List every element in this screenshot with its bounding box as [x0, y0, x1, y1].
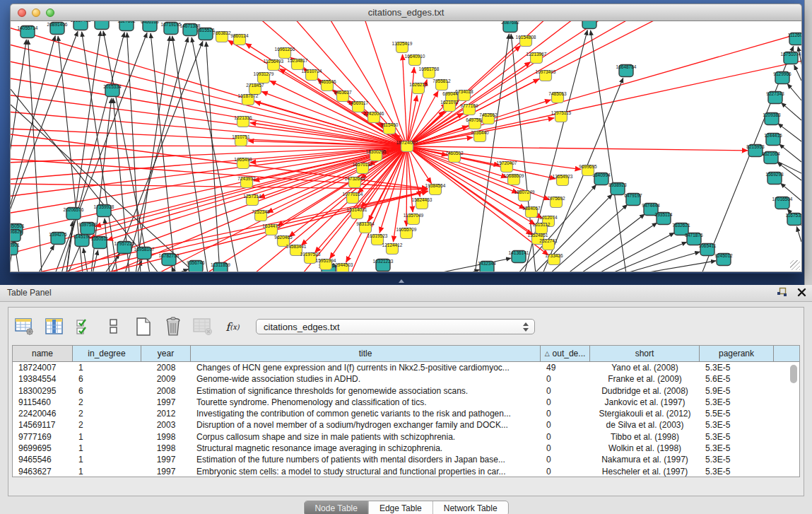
column-header-pagerank[interactable]: pagerank [700, 346, 774, 362]
table-row[interactable]: 2242004622012Investigating the contribut… [13, 408, 799, 419]
network-canvas[interactable]: 1405571420891406161874581065328715276026… [11, 21, 801, 272]
table-cell: 6 [73, 373, 141, 385]
graph-edge-black [567, 214, 645, 272]
close-panel-icon[interactable] [797, 287, 806, 300]
table-cell: 1 [73, 362, 141, 373]
graph-node-label: 1510751 [232, 134, 250, 139]
graph-node-label: 7632621 [672, 223, 690, 228]
graph-node-label: 1527602 [117, 21, 136, 23]
graph-node-label: 1626215 [409, 82, 428, 87]
table-row[interactable]: 1938455462009Genome-wide association stu… [13, 373, 799, 385]
table-cell: 5.3E-5 [700, 466, 774, 477]
graph-node-label: 13524851 [528, 233, 548, 238]
table-row[interactable]: 1456911722003Disruption of a novel membe… [13, 419, 799, 431]
table-cell: Corpus callosum shape and size in male p… [191, 431, 541, 443]
table-panel: Table Panel [0, 285, 812, 514]
graph-node-label: 1432344 [478, 261, 496, 266]
graph-node-label: 12944503 [333, 262, 353, 267]
table-cell: 22420046 [13, 408, 73, 419]
table-cell: 1 [73, 431, 141, 443]
table-cell: Structural magnetic resonance image aver… [191, 443, 541, 454]
split-divider-handle[interactable] [397, 279, 408, 284]
graph-node-label: 18807249 [514, 189, 535, 194]
table-settings-icon[interactable] [14, 316, 35, 337]
graph-node-label: 9831304 [356, 221, 375, 226]
graph-node-label: 9777169 [460, 103, 478, 108]
float-window-icon[interactable] [777, 287, 787, 300]
graph-node-label: 13654923 [553, 174, 573, 179]
graph-node[interactable] [95, 21, 109, 30]
graph-node-label: 20206576 [64, 207, 84, 212]
table-cell: Wolkin et al. (1998) [590, 443, 700, 454]
table-cell: Investigating the contribution of common… [191, 408, 541, 419]
table-row[interactable]: 977716911998Corpus callosum shape and si… [13, 431, 799, 443]
table-cell: de Silva et al. (2003) [590, 419, 700, 431]
graph-node-label: 16154808 [516, 35, 536, 40]
graph-edge-black [83, 248, 88, 272]
table-type-tabs: Node TableEdge TableNetwork Table [303, 501, 508, 514]
graph-node-label: 16187458 [71, 21, 91, 23]
graph-node-label: 9860124 [230, 33, 249, 38]
table-cell: 6 [73, 385, 141, 397]
window-titlebar[interactable]: citations_edges.txt [10, 4, 802, 21]
table-cell: Embryonic stem cells: a model to study s… [191, 466, 541, 477]
graph-node-label: 7663822 [213, 30, 231, 35]
select-all-icon[interactable] [73, 316, 95, 337]
table-cell: 9463627 [13, 466, 73, 477]
table-row[interactable]: 969969511998Structural magnetic resonanc… [13, 443, 799, 454]
table-cell: 2 [73, 419, 141, 431]
table-scrollbar-thumb[interactable] [790, 365, 797, 383]
table-cell: 14569117 [13, 419, 73, 431]
dropdown-stepper-icon [523, 322, 529, 332]
graph-node-label: 2935114 [655, 212, 673, 217]
function-builder-icon[interactable]: f(x) [222, 316, 243, 337]
delete-columns-icon[interactable] [163, 316, 184, 337]
column-header-name[interactable]: name [13, 346, 73, 362]
column-header-title[interactable]: title [191, 346, 541, 362]
attribute-table: namein_degreeyeartitle△out_de...shortpag… [12, 345, 800, 477]
graph-node-label: 18300295 [366, 149, 387, 154]
table-cell: 5.6E-5 [700, 373, 774, 385]
window-resize-grip[interactable] [790, 260, 800, 270]
graph-node-label: 15720407 [497, 160, 517, 165]
graph-node-label: 16640910 [405, 54, 425, 59]
graph-edge-black [796, 226, 801, 242]
table-cell: 2008 [141, 385, 191, 397]
table-cell: Tibbo et al. (1998) [590, 431, 700, 443]
graph-node-label: 7460502 [445, 151, 464, 156]
tab-node-table[interactable]: Node Table [304, 501, 368, 514]
column-header-short[interactable]: short [590, 346, 700, 362]
graph-node-label: 1634471 [262, 223, 281, 228]
graph-node-label: 7975692 [547, 196, 565, 201]
graph-node-label: 9129966 [773, 71, 792, 76]
table-selector-value: citations_edges.txt [264, 322, 340, 332]
graph-node-label: 1569293 [765, 172, 784, 177]
table-row[interactable]: 1872400712008Changes of HCN gene express… [13, 362, 799, 373]
table-cell: Nakamura et al. (1997) [590, 454, 700, 465]
graph-node-label: 9115460 [381, 122, 399, 127]
graph-node-label: 1112604 [788, 33, 801, 37]
graph-edge-black [435, 258, 511, 272]
graph-node-label: 12213967 [526, 52, 547, 57]
table-row[interactable]: 946554611997Estimation of the future num… [13, 454, 799, 465]
table-row[interactable]: 911546021997Tourette syndrome. Phenomeno… [13, 397, 799, 408]
graph-node[interactable] [582, 21, 596, 29]
column-header-in-degree[interactable]: in_degree [73, 346, 141, 362]
graph-node-label: 2036440 [471, 130, 489, 135]
table-cell: 5.3E-5 [700, 454, 774, 465]
graph-node-label: 1012074 [539, 215, 558, 220]
table-selector-dropdown[interactable]: citations_edges.txt [256, 319, 535, 334]
graph-node-label: 9397588 [78, 222, 97, 227]
graph-node-label: 8938923 [608, 182, 627, 187]
toggle-column-icon[interactable] [44, 316, 65, 337]
table-row[interactable]: 1830029562008Estimation of significance … [13, 385, 799, 397]
tab-edge-table[interactable]: Edge Table [368, 501, 433, 514]
row-mode-icon[interactable] [103, 316, 124, 337]
tab-network-table[interactable]: Network Table [433, 501, 508, 514]
create-column-icon[interactable] [133, 316, 154, 337]
graph-node-label: 1221336 [234, 115, 252, 120]
table-row[interactable]: 946362711997Embryonic stem cells: a mode… [13, 466, 799, 477]
column-header-year[interactable]: year [141, 346, 191, 362]
column-header-out-de-[interactable]: △out_de... [541, 346, 590, 362]
graph-node-label: 1244415 [764, 133, 782, 138]
